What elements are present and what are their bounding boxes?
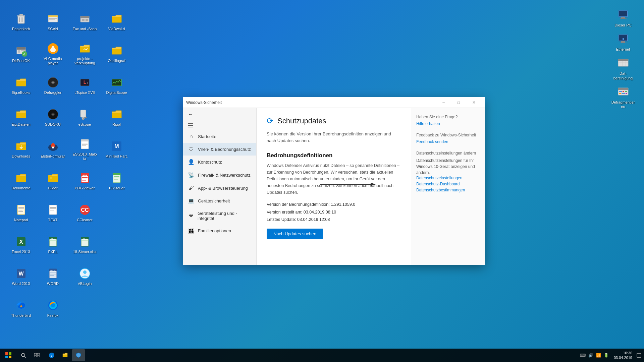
svg-text:e: e bbox=[51, 354, 52, 357]
sidebar-item-familie[interactable]: 👪 Familienoptionen bbox=[183, 224, 256, 237]
svg-rect-105 bbox=[619, 11, 627, 16]
svg-point-57 bbox=[50, 177, 52, 179]
desktop-icon-pdfviewer[interactable]: PDF PDF-Viewer bbox=[70, 166, 99, 196]
desktop-icon-projekte[interactable]: projekte - Verknüpfung bbox=[70, 39, 99, 69]
desktop-icon-steuer19[interactable]: 19-Steuer bbox=[102, 166, 131, 196]
downloads-icon bbox=[14, 139, 28, 153]
taskbar-task-view-button[interactable] bbox=[30, 349, 44, 362]
sidebar-hamburger-button[interactable] bbox=[183, 121, 256, 130]
desktop-icon-defraggler[interactable]: Defraggler bbox=[39, 70, 67, 101]
datenschutz-settings-link[interactable]: Datenschutzeinstellungen bbox=[416, 176, 480, 180]
volume-icon[interactable]: 🔊 bbox=[588, 353, 593, 358]
desktop-icon-papierkorb[interactable]: Papierkorb bbox=[7, 7, 35, 37]
desktop-icon-notepad[interactable]: Notepad bbox=[7, 198, 35, 228]
ebooks-label: Eig.eBooks bbox=[12, 90, 31, 95]
desktop-icon-vblogin[interactable]: VBLogin bbox=[70, 261, 99, 292]
excel2013-icon: X bbox=[14, 235, 28, 248]
desktop-icon-thunderbird[interactable]: Thunderbird bbox=[7, 293, 35, 323]
window-minimize-button[interactable]: – bbox=[436, 97, 451, 108]
window-maximize-button[interactable]: □ bbox=[451, 97, 466, 108]
sidebar-item-firewall[interactable]: 📡 Firewall- & Netzwerkschutz bbox=[183, 169, 256, 182]
taskbar-explorer-button[interactable] bbox=[59, 349, 71, 361]
desktop-icon-ltspice[interactable]: L T LTspice XVII bbox=[70, 70, 99, 101]
dirprintok-label: DirPrintOK bbox=[12, 59, 30, 63]
desktop-icon-dieserpc[interactable]: Dieser PC bbox=[609, 7, 637, 29]
desktop-icon-excel2013[interactable]: X Excel 2013 bbox=[7, 230, 35, 260]
taskbar-ie-button[interactable]: e bbox=[45, 349, 58, 361]
desktop-icon-steuer18[interactable]: XLS 18-Steuer.xlsx bbox=[70, 230, 99, 260]
desktop-icon-vlc[interactable]: VLC media player bbox=[39, 39, 67, 69]
sidebar-item-startseite[interactable]: ⌂ Startseite bbox=[183, 130, 256, 143]
desktop-icon-elsterformular[interactable]: ElsterFormular bbox=[39, 134, 67, 164]
svg-rect-129 bbox=[9, 352, 11, 355]
svg-rect-121 bbox=[623, 91, 624, 92]
taskbar-search-button[interactable] bbox=[17, 349, 30, 362]
feedback-link[interactable]: Feedback senden bbox=[416, 139, 480, 144]
svg-rect-135 bbox=[37, 353, 40, 355]
sidebar-item-kontoschutz[interactable]: 👤 Kontoschutz bbox=[183, 156, 256, 169]
person-icon: 👤 bbox=[188, 159, 195, 165]
desktop-icon-ethernet[interactable]: Ethernet bbox=[609, 31, 637, 53]
svg-rect-68 bbox=[114, 179, 118, 180]
taskbar-shield-button[interactable] bbox=[72, 349, 85, 361]
heart-icon: ❤ bbox=[188, 213, 194, 219]
desktop-icon-minitool[interactable]: M MiniTool Part. bbox=[102, 134, 131, 164]
desktop-icon-est2018[interactable]: ESt2018_Malota bbox=[70, 134, 99, 164]
svg-rect-63 bbox=[82, 180, 86, 181]
datenschutz-dashboard-link[interactable]: Datenschutz-Dashboard bbox=[416, 182, 480, 186]
taskbar: e ⌨ 🔊 📶 🔋 10:36 bbox=[0, 349, 644, 362]
sidebar-back-button[interactable]: ← bbox=[183, 108, 256, 121]
taskbar-clock[interactable]: 10:36 03.04.2019 bbox=[612, 351, 634, 360]
desktop-icon-viddwnld[interactable]: VidDwnLd bbox=[102, 7, 131, 37]
desktop-icon-dirprintok[interactable]: ✓ DirPrintOK bbox=[7, 39, 35, 69]
sidebar-item-geratesicherheit[interactable]: 💻 Gerätesicherheit bbox=[183, 194, 256, 207]
desktop-icon-scan[interactable]: SCAN bbox=[39, 7, 67, 37]
sidebar-item-app[interactable]: 🖌 App- & Browsersteuerung bbox=[183, 182, 256, 194]
network-icon[interactable]: 📶 bbox=[596, 353, 601, 358]
desktop-icon-downloads[interactable]: Downloads bbox=[7, 134, 35, 164]
desktop-icon-exel[interactable]: XLS EXEL bbox=[39, 230, 67, 260]
desktop-icon-firefox[interactable]: Firefox bbox=[39, 293, 67, 323]
battery-icon[interactable]: 🔋 bbox=[604, 353, 609, 358]
desktop-icon-text[interactable]: TEXT bbox=[39, 198, 67, 228]
sidebar-item-viren[interactable]: 🛡 Viren- & Bedrohungsschutz bbox=[183, 143, 256, 156]
fax-label: Fax und -Scan bbox=[73, 27, 97, 31]
svg-rect-114 bbox=[618, 59, 628, 61]
svg-rect-96 bbox=[50, 273, 56, 273]
taskbar-notification-button[interactable] bbox=[634, 349, 644, 362]
desktop-icon-ebooks[interactable]: Eig.eBooks bbox=[7, 70, 35, 101]
ethernet-label: Ethernet bbox=[616, 47, 630, 52]
desktop-icon-dokumente[interactable]: Dokumente bbox=[7, 166, 35, 196]
desktop-icon-eigdateien[interactable]: Eig.Dateien bbox=[7, 102, 35, 132]
sidebar-startseite-label: Startseite bbox=[198, 134, 216, 139]
text-label: TEXT bbox=[48, 218, 57, 222]
desktop-icon-digitalscope[interactable]: DigitalScope bbox=[102, 70, 131, 101]
svg-rect-25 bbox=[51, 51, 55, 52]
start-button[interactable] bbox=[0, 349, 17, 362]
hilfe-link[interactable]: Hilfe erhalten bbox=[416, 121, 480, 126]
bilder-label: Bilder bbox=[48, 186, 57, 190]
window-main-content: ⟳ Schutzupdates Sie können die Version I… bbox=[257, 108, 411, 265]
desktop-icon-word[interactable]: DOC WORD bbox=[39, 261, 67, 292]
viddwnld-label: VidDwnLd bbox=[108, 27, 125, 31]
oszillograf-icon bbox=[110, 44, 123, 57]
svg-text:W: W bbox=[18, 271, 24, 277]
desktop-icon-ccleaner[interactable]: CC CCleaner bbox=[70, 198, 99, 228]
desktop-icon-defragmentieren[interactable]: Defragmentieren bbox=[609, 84, 637, 111]
update-button[interactable]: Nach Updates suchen bbox=[267, 229, 323, 239]
desktop-icon-datbereinigung[interactable]: Dat-bereinigung bbox=[609, 55, 637, 82]
est2018-icon bbox=[78, 137, 92, 151]
sidebar-item-leistung[interactable]: ❤ Geräteleistung und -integrität bbox=[183, 207, 256, 224]
desktop-icon-escope[interactable]: eScope bbox=[70, 102, 99, 132]
datenschutzbestimmungen-link[interactable]: Datenschutzbestimmungen bbox=[416, 188, 480, 192]
desktop-icon-rigol[interactable]: Rigol bbox=[102, 102, 131, 132]
desktop-icon-bilder[interactable]: Bilder bbox=[39, 166, 67, 196]
desktop-icon-sudoku[interactable]: SUDOKU bbox=[39, 102, 67, 132]
window-close-button[interactable]: ✕ bbox=[466, 97, 481, 108]
svg-rect-14 bbox=[86, 20, 88, 21]
desktop-icon-fax[interactable]: Fax und -Scan bbox=[70, 7, 99, 37]
desktop-icon-oszillograf[interactable]: Oszillograf bbox=[102, 39, 131, 69]
desktop-icons-right: Dieser PC Ethernet bbox=[605, 3, 641, 114]
section-title: Bedrohungsdefinitionen bbox=[267, 152, 401, 159]
desktop-icon-word2013[interactable]: W Word 2013 bbox=[7, 261, 35, 292]
